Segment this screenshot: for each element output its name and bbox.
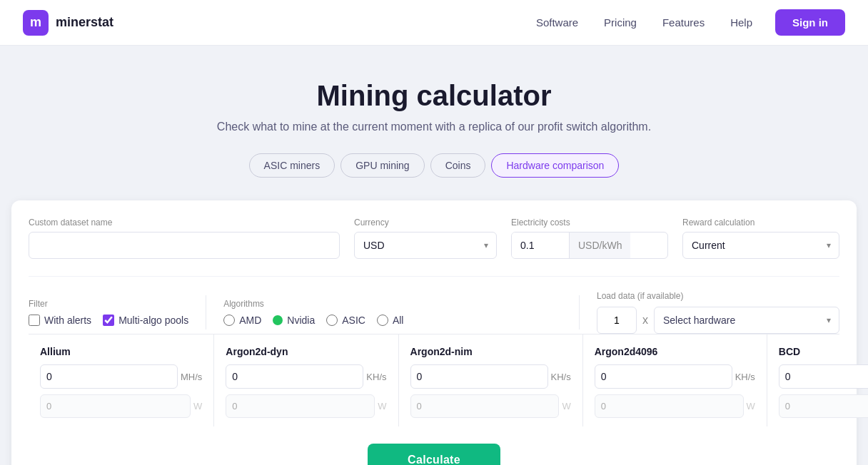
- currency-field: Currency USD EUR BTC ETH ▾: [354, 218, 497, 259]
- allium-watt-unit: W: [193, 401, 202, 412]
- argon2d-dyn-hashrate-unit: KH/s: [366, 372, 386, 382]
- allium-hashrate-input[interactable]: [40, 364, 178, 389]
- v-divider-1: [206, 295, 206, 329]
- argon2d-dyn-hashrate-input[interactable]: [226, 364, 363, 389]
- algo-card-allium: Allium MH/s W: [29, 334, 214, 426]
- nav-help[interactable]: Help: [730, 16, 752, 29]
- load-data-wrap: x Select hardware ▾: [597, 307, 839, 334]
- algorithm-section: Algorithms AMD Nvidia ASIC All: [223, 299, 562, 326]
- algo-card-name: Argon2d-dyn: [226, 346, 386, 357]
- navbar: m minerstat Software Pricing Features He…: [0, 0, 868, 46]
- algo-all-label[interactable]: All: [377, 315, 404, 326]
- nav-pricing[interactable]: Pricing: [604, 16, 637, 29]
- multi-algo-label[interactable]: Multi-algo pools: [103, 315, 188, 326]
- quantity-input[interactable]: [597, 307, 637, 334]
- algo-nvidia-label[interactable]: Nvidia: [273, 315, 315, 326]
- algorithm-options: AMD Nvidia ASIC All: [223, 315, 562, 326]
- algo-hashrate-row: KH/s: [410, 364, 571, 389]
- logo-icon: m: [23, 10, 49, 36]
- argon2d4096-watt-input[interactable]: [595, 394, 744, 418]
- currency-select[interactable]: USD EUR BTC ETH: [354, 232, 497, 259]
- algo-watt-row: W: [779, 394, 868, 418]
- algo-hashrate-row: MH/s: [40, 364, 202, 389]
- algo-card-bcd: BCD MH/s W: [767, 334, 868, 426]
- reward-select-wrap: Current 1 day avg 3 day avg 7 day avg ▾: [682, 232, 839, 259]
- filter-options: With alerts Multi-algo pools: [29, 315, 188, 326]
- bcd-watt-input[interactable]: [779, 394, 868, 418]
- algo-card-argon2d-nim: Argon2d-nim KH/s W: [399, 334, 583, 426]
- algo-asic-label[interactable]: ASIC: [326, 315, 365, 326]
- page-title: Mining calculator: [11, 80, 857, 112]
- hardware-select[interactable]: Select hardware: [654, 307, 839, 334]
- argon2d4096-hashrate-input[interactable]: [595, 364, 732, 389]
- main-panel: Custom dataset name Currency USD EUR BTC…: [11, 200, 857, 465]
- calculate-button[interactable]: Calculate: [368, 444, 500, 465]
- tab-asic-miners[interactable]: ASIC miners: [249, 153, 335, 178]
- load-data-section: Load data (if available) x Select hardwa…: [597, 291, 839, 334]
- currency-select-wrap: USD EUR BTC ETH ▾: [354, 232, 497, 259]
- tab-hardware-comparison[interactable]: Hardware comparison: [491, 153, 619, 178]
- allium-watt-input[interactable]: [40, 394, 191, 418]
- dataset-field: Custom dataset name: [29, 218, 340, 259]
- algo-watt-row: W: [40, 394, 202, 418]
- argon2d-nim-watt-input[interactable]: [410, 394, 560, 418]
- algo-card-name: Argon2d-nim: [410, 346, 571, 357]
- currency-label: Currency: [354, 218, 497, 228]
- electricity-field: Electricity costs 0.1 USD/kWh: [511, 218, 668, 259]
- reward-label: Reward calculation: [682, 218, 839, 228]
- logo[interactable]: m minerstat: [23, 10, 113, 36]
- hardware-select-wrap: Select hardware ▾: [654, 307, 839, 334]
- algo-amd-radio[interactable]: [223, 315, 235, 326]
- algo-card-name: Allium: [40, 346, 202, 357]
- nav-links: Software Pricing Features Help: [536, 16, 752, 29]
- argon2d-dyn-watt-input[interactable]: [226, 394, 375, 418]
- hero-section: Mining calculator Check what to mine at …: [0, 46, 868, 200]
- sign-in-button[interactable]: Sign in: [775, 9, 845, 36]
- tab-gpu-mining[interactable]: GPU mining: [340, 153, 424, 178]
- argon2d-nim-hashrate-unit: KH/s: [551, 372, 571, 382]
- algo-card-name: Argon2d4096: [595, 346, 755, 357]
- algorithms-label: Algorithms: [223, 299, 562, 309]
- algo-cards-grid: Allium MH/s W Argon2d-dyn KH/s W Argon2d…: [29, 334, 839, 426]
- algo-hashrate-row: KH/s: [595, 364, 755, 389]
- electricity-label: Electricity costs: [511, 218, 668, 228]
- nav-features[interactable]: Features: [662, 16, 705, 29]
- algo-watt-row: W: [410, 394, 571, 418]
- allium-hashrate-unit: MH/s: [181, 372, 202, 382]
- with-alerts-label[interactable]: With alerts: [29, 315, 91, 326]
- logo-text: minerstat: [56, 15, 113, 30]
- electricity-input[interactable]: 0.1: [512, 232, 569, 258]
- argon2d-nim-hashrate-input[interactable]: [410, 364, 548, 389]
- argon2d-dyn-watt-unit: W: [378, 401, 386, 412]
- nav-software[interactable]: Software: [536, 16, 578, 29]
- load-data-label: Load data (if available): [597, 291, 839, 301]
- with-alerts-checkbox[interactable]: [29, 315, 40, 326]
- calculate-row: Calculate: [29, 426, 839, 465]
- filter-label: Filter: [29, 299, 188, 309]
- algo-watt-row: W: [595, 394, 755, 418]
- v-divider-2: [579, 295, 580, 329]
- config-row: Custom dataset name Currency USD EUR BTC…: [29, 218, 839, 259]
- electricity-input-wrap: 0.1 USD/kWh: [511, 232, 668, 259]
- argon2d-nim-watt-unit: W: [562, 401, 570, 412]
- argon2d4096-watt-unit: W: [747, 401, 755, 412]
- multi-algo-checkbox[interactable]: [103, 315, 114, 326]
- dataset-input[interactable]: [29, 232, 340, 259]
- algo-hashrate-row: MH/s: [779, 364, 868, 389]
- dataset-label: Custom dataset name: [29, 218, 340, 228]
- algo-amd-label[interactable]: AMD: [223, 315, 261, 326]
- algo-hashrate-row: KH/s: [226, 364, 386, 389]
- filter-row: Filter With alerts Multi-algo pools Algo…: [29, 276, 839, 334]
- reward-field: Reward calculation Current 1 day avg 3 d…: [682, 218, 839, 259]
- bcd-hashrate-input[interactable]: [779, 364, 868, 389]
- algo-card-argon2d-dyn: Argon2d-dyn KH/s W: [214, 334, 398, 426]
- x-label: x: [642, 314, 648, 327]
- hero-subtitle: Check what to mine at the current moment…: [11, 121, 857, 133]
- reward-select[interactable]: Current 1 day avg 3 day avg 7 day avg: [682, 232, 839, 259]
- tab-coins[interactable]: Coins: [430, 153, 486, 178]
- algo-all-radio[interactable]: [377, 315, 388, 326]
- algo-asic-radio[interactable]: [326, 315, 338, 326]
- algo-watt-row: W: [226, 394, 386, 418]
- tab-bar: ASIC miners GPU mining Coins Hardware co…: [11, 153, 857, 178]
- nvidia-dot-icon: [273, 315, 283, 325]
